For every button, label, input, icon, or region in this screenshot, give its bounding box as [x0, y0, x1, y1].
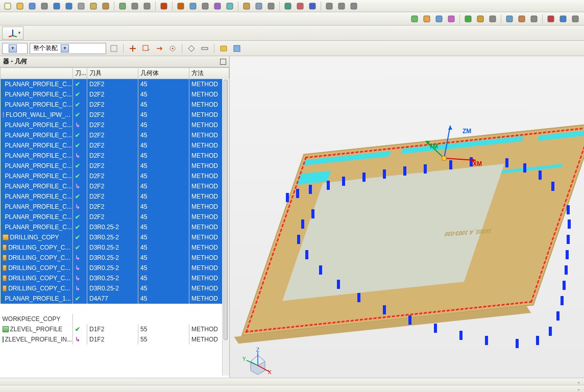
window-button[interactable] [324, 1, 335, 11]
type-filter-combo[interactable]: ▼ [2, 43, 28, 54]
window-icon [325, 2, 333, 10]
column-header-4[interactable]: 方法 [189, 68, 229, 79]
cut-button[interactable] [76, 1, 87, 11]
open-button[interactable] [14, 1, 26, 11]
shade-button[interactable] [253, 1, 264, 11]
op-geom: 45 [138, 191, 189, 202]
column-header-2[interactable]: 刀具 [87, 68, 138, 79]
operation-row[interactable]: PLANAR_PROFILE_C...✔D2F245METHOD [1, 130, 229, 140]
sketch-button[interactable] [175, 1, 186, 11]
group-row[interactable]: WORKPIECE_COPY [1, 314, 73, 324]
op-tool: D2F2 [87, 161, 138, 171]
render-button[interactable] [241, 1, 252, 11]
panel-undock-button[interactable] [220, 59, 226, 65]
create-tool-button[interactable] [421, 14, 432, 24]
select-add-button[interactable] [127, 43, 138, 54]
view-fit-button[interactable] [218, 43, 229, 54]
assembly-filter-combo[interactable]: 整个装配 ▼ [30, 43, 106, 54]
operation-row[interactable]: DRILLING_COPY_C...↳D3R0.25-245METHOD [1, 273, 229, 283]
measure-icon [284, 2, 292, 10]
graphics-viewport[interactable]: 16303_A 1003-030 ZM YM XM [230, 56, 584, 392]
analyze-button[interactable] [295, 1, 306, 11]
hide-button[interactable] [129, 1, 140, 11]
orient-wcs-button[interactable]: ▼ [2, 27, 23, 40]
operation-row[interactable]: ZLEVEL_PROFILE_IN...↳D1F255METHOD [1, 334, 229, 345]
operation-row[interactable]: PLANAR_PROFILE_C...↳D2F245METHOD [1, 151, 229, 161]
mirror-button[interactable] [224, 1, 235, 11]
view-triad[interactable]: X Y Z [242, 350, 273, 379]
undo-button[interactable] [51, 1, 62, 11]
output-button[interactable] [528, 14, 540, 24]
op-name: PLANAR_PROFILE_C... [5, 183, 72, 190]
operation-row[interactable]: DRILLING_COPY✔D3R0.25-245METHOD [1, 232, 229, 242]
operation-row[interactable]: PLANAR_PROFILE_C...✔D2F245METHOD [1, 140, 229, 151]
copy-button[interactable] [88, 1, 99, 11]
wire-button[interactable] [265, 1, 277, 11]
verify-button[interactable] [475, 14, 486, 24]
column-header-0[interactable] [1, 68, 73, 79]
operation-row[interactable]: PLANAR_PROFILE_C...✔D2F245METHOD [1, 171, 229, 181]
model-plate [241, 123, 584, 336]
snap-options-dropdown[interactable] [199, 43, 210, 54]
select-box-dropdown[interactable] [140, 43, 152, 54]
operation-row[interactable]: PLANAR_PROFILE_C...↳D2F245METHOD [1, 202, 229, 212]
create-method-button[interactable] [446, 14, 457, 24]
operation-row[interactable]: PLANAR_PROFILE_C...✔D2F245METHOD [1, 212, 229, 222]
post-button[interactable] [504, 14, 515, 24]
operation-row[interactable]: PLANAR_PROFILE_C...✔D2F245METHOD [1, 161, 229, 171]
operation-row[interactable]: PLANAR_PROFILE_C...✔D2F245METHOD [1, 79, 229, 90]
select-cycle-button[interactable] [167, 43, 178, 54]
hole-button[interactable] [200, 1, 211, 11]
replay-button[interactable] [557, 14, 569, 24]
svg-rect-16 [214, 3, 221, 9]
wcs-button[interactable] [158, 1, 169, 11]
tile-button[interactable] [336, 1, 347, 11]
snap-point-button[interactable] [186, 43, 197, 54]
generate-button[interactable] [463, 14, 474, 24]
selection-scope-button[interactable] [108, 43, 119, 54]
select-replace-button[interactable] [154, 43, 165, 54]
operation-row[interactable]: PLANAR_PROFILE_C...✔D2F245METHOD [1, 100, 229, 110]
create-program-button[interactable] [409, 14, 420, 24]
column-header-3[interactable]: 几何体 [138, 68, 189, 79]
options-button[interactable] [570, 14, 581, 24]
layer-button[interactable] [117, 1, 128, 11]
operation-row[interactable]: DRILLING_COPY_C...↳D3R0.25-245METHOD [1, 253, 229, 263]
column-header-1[interactable]: 刀... [73, 68, 87, 79]
view-section-button[interactable] [231, 43, 242, 54]
cascade-icon [350, 2, 358, 10]
operation-row[interactable]: FLOOR_WALL_IPW_...✔D2F245METHOD [1, 110, 229, 120]
chevron-down-icon[interactable]: ⌄ [577, 386, 581, 391]
cascade-button[interactable] [348, 1, 359, 11]
list-button[interactable] [487, 14, 498, 24]
operation-row[interactable]: PLANAR_PROFILE_1...✔D4A7745METHOD [1, 293, 229, 304]
info-button[interactable] [307, 1, 318, 11]
operation-row[interactable]: PLANAR_PROFILE_C...✔D2F245METHOD [1, 191, 229, 202]
vertical-scrollbar[interactable] [222, 79, 229, 376]
clamp-marker [342, 177, 345, 186]
shop-doc-button[interactable] [516, 14, 527, 24]
show-button[interactable] [141, 1, 153, 11]
measure-button[interactable] [282, 1, 294, 11]
paste-button[interactable] [100, 1, 111, 11]
redo-button[interactable] [63, 1, 75, 11]
operation-row[interactable]: DRILLING_COPY_C...✔D3R0.25-245METHOD [1, 242, 229, 253]
op-tool: D2F2 [87, 140, 138, 151]
create-geom-button[interactable] [433, 14, 445, 24]
svg-rect-4 [54, 3, 60, 9]
new-button[interactable] [2, 1, 13, 11]
scrollbar-thumb[interactable] [224, 80, 228, 340]
operation-row[interactable]: PLANAR_PROFILE_C...↳D2F245METHOD [1, 120, 229, 130]
operation-row[interactable]: DRILLING_COPY_C...↳D3R0.25-245METHOD [1, 283, 229, 293]
print-button[interactable] [39, 1, 50, 11]
save-button[interactable] [27, 1, 38, 11]
operation-row[interactable]: PLANAR_PROFILE_C...✔D2F245METHOD [1, 89, 229, 100]
chevron-down-icon[interactable]: ⌄ [577, 379, 581, 384]
operation-row[interactable]: PLANAR_PROFILE_C...✔D3R0.25-245METHOD [1, 222, 229, 232]
extrude-button[interactable] [187, 1, 199, 11]
operation-row[interactable]: DRILLING_COPY_C...↳D3R0.25-245METHOD [1, 263, 229, 273]
operation-row[interactable]: ZLEVEL_PROFILE✔D1F255METHOD [1, 324, 229, 334]
sim-button[interactable] [545, 14, 556, 24]
operation-row[interactable]: PLANAR_PROFILE_C...↳D2F245METHOD [1, 181, 229, 191]
pattern-button[interactable] [212, 1, 223, 11]
